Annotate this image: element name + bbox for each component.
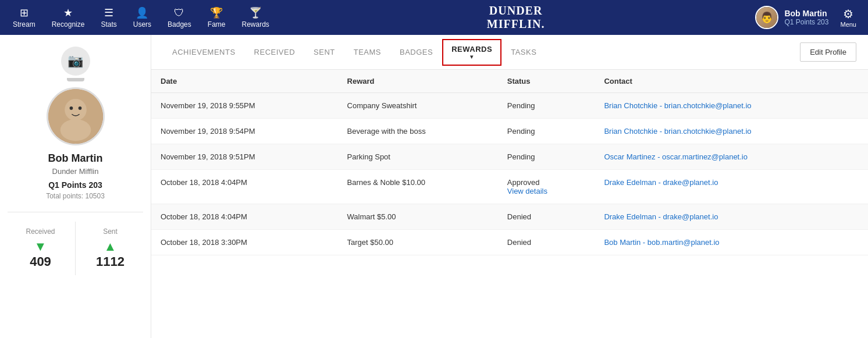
cell-reward: Company Sweatshirt [338,93,498,119]
nav-item-recognize[interactable]: ★ Recognize [45,3,92,32]
tab-achievements[interactable]: ACHIEVEMENTS [163,42,245,62]
profile-total: Total points: 10503 [46,192,105,200]
col-contact: Contact [595,70,868,93]
tab-rewards[interactable]: REWARDS ▾ [442,39,501,66]
table-row: October 18, 2018 4:04PMWalmart $5.00Deni… [151,204,868,230]
nav-rewards-label: Rewards [241,20,269,29]
stream-icon: ⊞ [20,6,29,19]
profile-avatar [47,87,105,145]
table-row: November 19, 2018 9:54PMBeverage with th… [151,119,868,144]
tabs-bar: ACHIEVEMENTS RECEIVED SENT TEAMS BADGES … [151,35,868,70]
user-info[interactable]: 👨 Bob Martin Q1 Points 203 [755,6,828,29]
contact-link[interactable]: Drake Edelman - drake@planet.io [604,212,718,221]
nav-items: ⊞ Stream ★ Recognize ☰ Stats 👤 Users 🛡 B… [6,3,276,32]
edit-profile-button[interactable]: Edit Profile [800,42,856,62]
cell-date: October 18, 2018 4:04PM [151,204,338,230]
cell-date: October 18, 2018 3:30PM [151,230,338,255]
tab-teams[interactable]: TEAMS [344,42,390,62]
sent-stat: Sent ▲ 1112 [76,222,145,275]
col-status: Status [498,70,595,93]
nav-item-stream[interactable]: ⊞ Stream [6,3,42,32]
table-row: October 18, 2018 4:04PMBarnes & Noble $1… [151,170,868,204]
menu-label: Menu [840,21,856,28]
cell-reward: Parking Spot [338,144,498,170]
sent-arrow-icon: ▲ [104,239,117,254]
cell-contact: Oscar Martinez - oscar.martinez@planet.i… [595,144,868,170]
cell-reward: Target $50.00 [338,230,498,255]
view-details-link[interactable]: View details [507,187,586,195]
nav-right: 👨 Bob Martin Q1 Points 203 ⚙ Menu [755,3,862,31]
table-row: November 19, 2018 9:55PMCompany Sweatshi… [151,93,868,119]
profile-name: Bob Martin [48,152,103,165]
cell-contact: Brian Chotchkie - brian.chotchkie@planet… [595,93,868,119]
nav-item-badges[interactable]: 🛡 Badges [161,3,198,32]
cell-contact: Drake Edelman - drake@planet.io [595,204,868,230]
camera-stand [67,78,84,81]
nav-badges-label: Badges [168,20,191,29]
sent-value: 1112 [96,254,124,269]
recognize-icon: ★ [63,6,73,19]
received-stat: Received ▼ 409 [6,222,76,275]
tab-received[interactable]: RECEIVED [245,42,304,62]
sent-label: Sent [103,227,118,236]
contact-link[interactable]: Brian Chotchkie - brian.chotchkie@planet… [604,127,751,136]
cell-contact: Drake Edelman - drake@planet.io [595,170,868,204]
cell-reward: Barnes & Noble $10.00 [338,170,498,204]
status-badge: Denied [507,212,531,221]
sidebar: 📷 Bob Martin Dunder Mifflin Q1 Points 20… [0,35,151,338]
top-navigation: ⊞ Stream ★ Recognize ☰ Stats 👤 Users 🛡 B… [0,0,868,35]
contact-link[interactable]: Brian Chotchkie - brian.chotchkie@planet… [604,101,751,110]
badges-icon: 🛡 [174,7,184,19]
nav-item-stats[interactable]: ☰ Stats [94,3,123,32]
status-badge: Denied [507,238,531,247]
chevron-down-icon: ▾ [451,54,492,60]
cell-status: Denied [498,204,595,230]
profile-points: Q1 Points 203 [48,180,102,190]
nav-users-label: Users [133,20,151,29]
logo: DUNDER MIFFLIN. [276,4,756,31]
user-text: Bob Martin Q1 Points 203 [784,9,828,26]
rewards-icon: 🍸 [249,6,262,19]
cell-contact: Brian Chotchkie - brian.chotchkie@planet… [595,119,868,144]
main-content: 📷 Bob Martin Dunder Mifflin Q1 Points 20… [0,35,868,338]
cell-status: ApprovedView details [498,170,595,204]
menu-icon: ⚙ [843,7,853,21]
status-badge: Pending [507,101,535,110]
cell-status: Pending [498,93,595,119]
tab-tasks[interactable]: TASKS [501,42,546,62]
camera-icon: 📷 [61,47,90,76]
status-badge: Pending [507,152,535,161]
stats-icon: ☰ [104,6,113,19]
tab-badges[interactable]: BADGES [390,42,442,62]
nav-item-users[interactable]: 👤 Users [126,3,158,32]
menu-button[interactable]: ⚙ Menu [834,3,862,31]
logo-text: DUNDER MIFFLIN. [487,4,545,31]
tab-sent[interactable]: SENT [304,42,344,62]
cell-status: Pending [498,144,595,170]
received-label: Received [26,227,55,236]
table-row: October 18, 2018 3:30PMTarget $50.00Deni… [151,230,868,255]
avatar: 👨 [755,6,778,29]
contact-link[interactable]: Oscar Martinez - oscar.martinez@planet.i… [604,152,748,161]
fame-icon: 🏆 [210,6,223,19]
col-reward: Reward [338,70,498,93]
nav-item-rewards[interactable]: 🍸 Rewards [234,3,276,32]
profile-avatar-image [48,89,103,144]
col-date: Date [151,70,338,93]
cell-reward: Beverage with the boss [338,119,498,144]
table-header-row: Date Reward Status Contact [151,70,868,93]
received-value: 409 [30,254,51,269]
user-points: Q1 Points 203 [784,18,828,26]
contact-link[interactable]: Bob Martin - bob.martin@planet.io [604,238,719,247]
cell-date: October 18, 2018 4:04PM [151,170,338,204]
nav-item-fame[interactable]: 🏆 Fame [201,3,233,32]
content-area: ACHIEVEMENTS RECEIVED SENT TEAMS BADGES … [151,35,868,338]
received-arrow-icon: ▼ [34,239,47,254]
contact-link[interactable]: Drake Edelman - drake@planet.io [604,178,718,187]
cell-reward: Walmart $5.00 [338,204,498,230]
cell-date: November 19, 2018 9:54PM [151,119,338,144]
status-badge: Pending [507,127,535,136]
profile-org: Dunder Mifflin [52,167,99,176]
cell-status: Denied [498,230,595,255]
nav-stream-label: Stream [13,20,35,29]
